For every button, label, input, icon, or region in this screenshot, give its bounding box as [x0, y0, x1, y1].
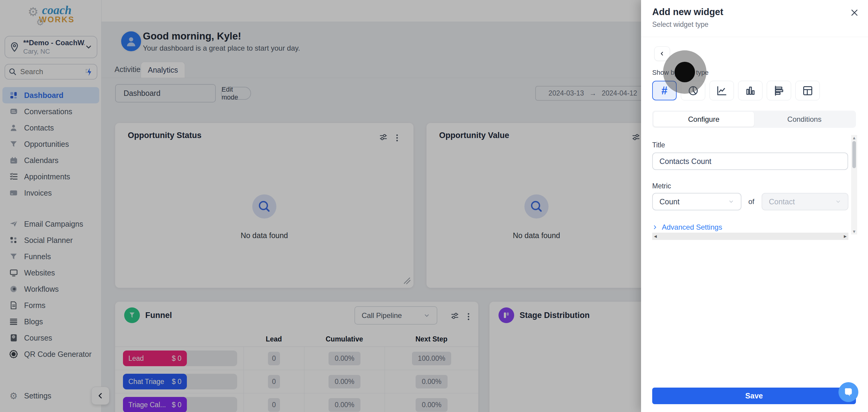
horizontal-scrollbar[interactable]: ◀ ▶	[652, 233, 848, 240]
chevron-right-icon	[652, 225, 658, 230]
advanced-settings-link[interactable]: Advanced Settings	[652, 223, 722, 231]
app-root: ⚙ ⚙ coach WORKS **Demo - CoachW... Cary,…	[0, 0, 868, 412]
horizontal-bar-chart-icon	[774, 85, 784, 96]
scroll-down-icon: ▼	[853, 230, 855, 233]
type-bar-button[interactable]	[738, 81, 763, 100]
panel-title: Add new widget	[652, 7, 723, 18]
panel-tabs: Configure Conditions	[652, 110, 856, 128]
of-label: of	[748, 197, 754, 206]
number-icon: #	[661, 85, 667, 97]
table-icon	[802, 85, 813, 96]
save-button[interactable]: Save	[652, 388, 856, 404]
metric-label: Metric	[652, 182, 671, 190]
chat-launcher-button[interactable]	[838, 382, 858, 402]
modal-backdrop[interactable]	[0, 0, 641, 412]
metric-entity-select[interactable]: Contact	[762, 193, 848, 210]
tab-configure[interactable]: Configure	[653, 112, 754, 127]
bar-chart-icon	[745, 85, 756, 96]
metric-function-select[interactable]: Count	[652, 193, 741, 210]
vertical-scrollbar[interactable]: ▲ ▼	[851, 135, 857, 234]
panel-subtitle: Select widget type	[652, 21, 709, 29]
scroll-right-icon: ▶	[844, 234, 846, 239]
add-widget-panel: Add new widget Select widget type Show b…	[641, 0, 868, 412]
chat-bubble-icon	[843, 387, 854, 397]
cursor-dot	[675, 62, 695, 82]
tab-conditions[interactable]: Conditions	[754, 112, 855, 127]
scroll-left-icon: ◀	[654, 234, 657, 239]
type-table-button[interactable]	[795, 81, 820, 100]
type-horizontal-bar-button[interactable]	[767, 81, 791, 100]
chevron-down-icon	[728, 199, 734, 204]
panel-divider	[641, 37, 868, 37]
widget-title-input[interactable]	[652, 153, 848, 170]
chevron-down-icon	[835, 199, 841, 204]
type-line-button[interactable]	[710, 81, 734, 100]
close-icon[interactable]	[849, 7, 860, 18]
scroll-up-icon: ▲	[853, 136, 855, 140]
cursor-click-indicator	[663, 50, 707, 94]
title-label: Title	[652, 141, 665, 149]
scrollbar-thumb[interactable]	[852, 141, 856, 168]
line-chart-icon	[716, 85, 727, 96]
